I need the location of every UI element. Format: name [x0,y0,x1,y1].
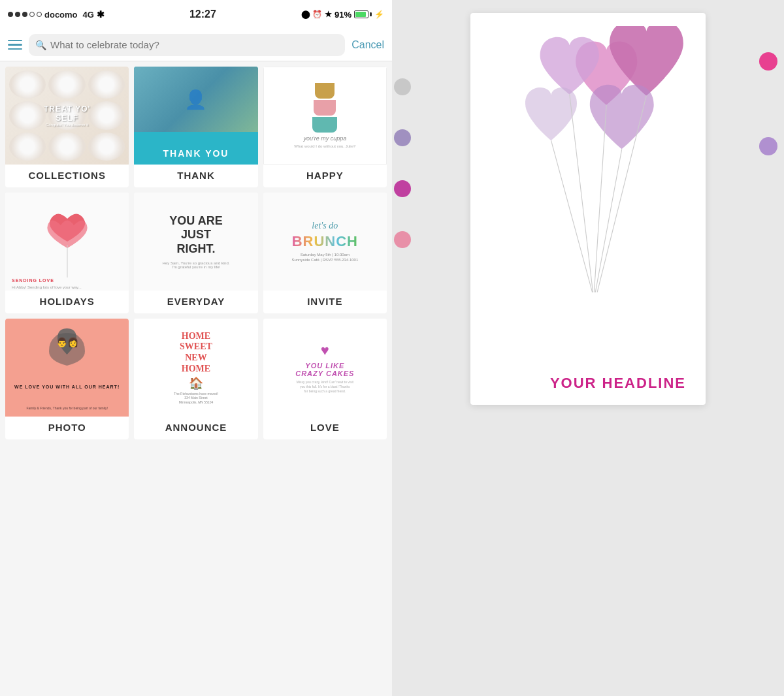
svg-line-4 [595,149,621,292]
clock: 12:27 [189,8,216,20]
signal-dot-4 [29,12,35,17]
card-photo-label: PHOTO [5,417,129,439]
card-photo[interactable]: 👨‍👩 WE LOVE YOU WITH ALL OUR HEART! Fami… [5,319,129,439]
search-icon: 🔍 [35,40,46,50]
card-everyday-label: EVERYDAY [134,291,257,313]
search-input[interactable] [50,39,338,50]
headline-text: YOUR HEADLINE [550,375,686,391]
charging-icon: ⚡ [374,10,384,19]
svg-line-5 [551,140,593,292]
card-holidays-label: HOLIDAYS [5,291,129,313]
card-everyday[interactable]: YOU AREJUSTRIGHT. Hey Sam, You're so gra… [134,193,257,313]
menu-line-1 [8,40,22,42]
menu-line-2 [8,44,22,46]
balloon-area [483,26,693,300]
card-collections-image: TREAT YO' SELF Congrats! You deserve it [5,67,129,165]
card-holidays-image: SENDING LOVE Hi Abby! Sending lots of lo… [5,193,129,291]
card-thank-label: THANK [134,165,257,187]
signal-dot-5 [37,12,42,17]
color-strip-pink[interactable] [394,231,411,248]
card-thank[interactable]: 👤 THANK YOU THANK [134,67,257,187]
network-label: 4G [83,10,94,20]
color-strip-gray[interactable] [394,78,411,95]
color-strip-magenta[interactable] [394,180,411,197]
bluetooth-icon: ★ [325,10,332,19]
search-bar: 🔍 Cancel [0,29,392,61]
card-holidays[interactable]: SENDING LOVE Hi Abby! Sending lots of lo… [5,193,129,313]
wifi-icon: ✱ [97,9,105,20]
card-happy-image: you're my cuppa What would I do without … [263,67,387,165]
carrier-label: docomo [44,10,78,20]
card-announce[interactable]: HOMESWEETNEWHOME 🏠 The Richardsons have … [134,319,257,439]
battery-percent: 91% [335,10,351,20]
signal-dot-1 [8,12,13,17]
signal-dots [8,12,42,17]
card-invite[interactable]: let's do BRUNCH Saturday May 5th | 10:30… [263,193,387,313]
cancel-button[interactable]: Cancel [351,39,384,51]
svg-line-3 [570,95,593,293]
status-bar: docomo 4G ✱ 12:27 ⬤ ⏰ ★ 91% ⚡ [0,0,392,29]
card-preview: YOUR HEADLINE [470,13,706,405]
battery-icon [354,10,372,18]
signal-dot-2 [15,12,20,17]
card-happy[interactable]: you're my cuppa What would I do without … [263,67,387,187]
card-everyday-image: YOU AREJUSTRIGHT. Hey Sam, You're so gra… [134,193,257,291]
card-announce-image: HOMESWEETNEWHOME 🏠 The Richardsons have … [134,319,257,417]
headline-area: YOUR HEADLINE [483,375,693,392]
card-thank-image: 👤 THANK YOU [134,67,257,165]
location-icon: ⬤ [301,10,310,19]
status-right: ⬤ ⏰ ★ 91% ⚡ [301,10,384,20]
accent-dot-pink[interactable] [759,52,777,71]
card-announce-label: ANNOUNCE [134,417,257,439]
alarm-icon: ⏰ [312,10,322,19]
card-love-label: LOVE [263,417,387,439]
card-happy-label: HAPPY [263,165,387,187]
color-strip [392,78,413,248]
color-strip-purple[interactable] [394,129,411,146]
search-container[interactable]: 🔍 [29,34,345,56]
card-invite-image: let's do BRUNCH Saturday May 5th | 10:30… [263,193,387,291]
card-collections[interactable]: TREAT YO' SELF Congrats! You deserve it … [5,67,129,187]
card-love[interactable]: ♥ you likeCRAZY CAKES Missy you crazy, k… [263,319,387,439]
menu-button[interactable] [8,40,22,50]
card-grid: TREAT YO' SELF Congrats! You deserve it … [0,61,392,696]
menu-line-3 [8,48,22,50]
card-love-image: ♥ you likeCRAZY CAKES Missy you crazy, k… [263,319,387,417]
invite-inner: let's do BRUNCH Saturday May 5th | 10:30… [263,193,387,291]
accent-dot-purple[interactable] [759,137,777,155]
everyday-inner: YOU AREJUSTRIGHT. Hey Sam, You're so gra… [134,193,257,291]
right-panel: YOUR HEADLINE RESET COLORS DONE [392,0,784,696]
card-collections-label: COLLECTIONS [5,165,129,187]
card-invite-label: INVITE [263,291,387,313]
card-photo-image: 👨‍👩 WE LOVE YOU WITH ALL OUR HEART! Fami… [5,319,129,417]
signal-dot-3 [22,12,27,17]
status-left: docomo 4G ✱ [8,9,105,20]
